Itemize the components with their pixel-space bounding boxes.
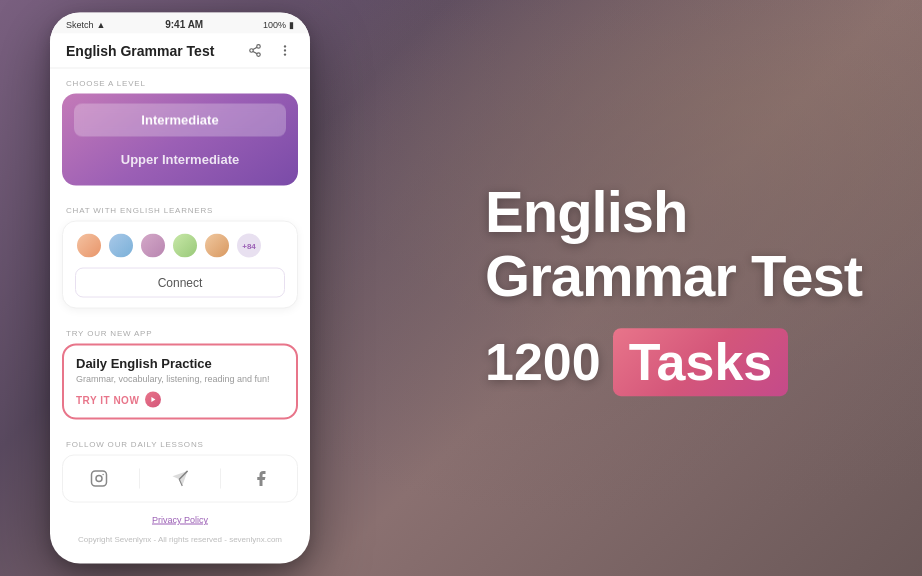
connect-button[interactable]: Connect: [75, 268, 285, 298]
avatar-3: [139, 232, 167, 260]
share-button[interactable]: [246, 42, 264, 60]
battery-icon: ▮: [289, 19, 294, 29]
facebook-button[interactable]: [246, 464, 276, 494]
avatar-2: [107, 232, 135, 260]
divider-2: [220, 469, 221, 489]
status-left: Sketch ▲: [66, 19, 105, 29]
copyright-text: Copyright Sevenlynx - All rights reserve…: [78, 535, 282, 544]
svg-point-10: [96, 476, 102, 482]
svg-point-5: [284, 45, 286, 47]
level-upper-intermediate-button[interactable]: Upper Intermediate: [74, 143, 286, 176]
divider-1: [139, 469, 140, 489]
tasks-row: 1200 Tasks: [485, 328, 862, 396]
svg-marker-8: [152, 397, 156, 402]
play-icon: [145, 392, 161, 408]
telegram-button[interactable]: [165, 464, 195, 494]
level-section: Intermediate Upper Intermediate: [50, 94, 310, 196]
new-app-description: Grammar, vocabulary, listening, reading …: [76, 374, 284, 384]
svg-point-7: [284, 53, 286, 55]
svg-line-3: [253, 51, 257, 53]
svg-point-0: [257, 45, 261, 49]
avatar-5: [203, 232, 231, 260]
new-app-card: Daily English Practice Grammar, vocabula…: [62, 344, 298, 420]
follow-label: FOLLOW OUR DAILY LESSONS: [50, 430, 310, 455]
app-header: English Grammar Test: [50, 34, 310, 69]
app-title-display: English Grammar Test: [485, 180, 862, 308]
status-right: 100% ▮: [263, 19, 294, 29]
battery-text: 100%: [263, 19, 286, 29]
chat-section-label: CHAT WITH ENGLISH LEARNERS: [50, 196, 310, 221]
carrier-text: Sketch: [66, 19, 94, 29]
more-button[interactable]: [276, 42, 294, 60]
chat-card: +84 Connect: [62, 221, 298, 309]
svg-line-4: [253, 47, 257, 49]
svg-point-6: [284, 49, 286, 51]
level-card: Intermediate Upper Intermediate: [62, 94, 298, 186]
avatar-more-count: +84: [235, 232, 263, 260]
new-app-title: Daily English Practice: [76, 356, 284, 371]
follow-section: [50, 455, 310, 509]
phone-wrapper: Sketch ▲ 9:41 AM 100% ▮ English Grammar …: [50, 13, 310, 564]
wifi-icon: ▲: [97, 19, 106, 29]
new-app-label: TRY OUR NEW APP: [50, 319, 310, 344]
phone: Sketch ▲ 9:41 AM 100% ▮ English Grammar …: [50, 13, 310, 564]
avatar-4: [171, 232, 199, 260]
try-now-button[interactable]: TRY IT NOW: [76, 392, 161, 408]
tasks-label: Tasks: [613, 328, 789, 396]
avatars-row: +84: [75, 232, 285, 260]
right-panel: English Grammar Test 1200 Tasks: [485, 180, 862, 396]
svg-point-2: [257, 53, 261, 57]
svg-rect-9: [91, 471, 106, 486]
new-app-section: Daily English Practice Grammar, vocabula…: [50, 344, 310, 430]
social-row: [62, 455, 298, 503]
try-now-label: TRY IT NOW: [76, 394, 139, 405]
status-time: 9:41 AM: [165, 19, 203, 30]
status-bar: Sketch ▲ 9:41 AM 100% ▮: [50, 13, 310, 34]
header-icons: [246, 42, 294, 60]
chat-section: +84 Connect: [50, 221, 310, 319]
instagram-button[interactable]: [84, 464, 114, 494]
svg-point-1: [250, 49, 254, 53]
phone-footer: Privacy Policy Copyright Sevenlynx - All…: [50, 509, 310, 548]
choose-level-label: CHOOSE A LEVEL: [50, 69, 310, 94]
app-header-title: English Grammar Test: [66, 43, 214, 59]
privacy-policy-link[interactable]: Privacy Policy: [62, 515, 298, 525]
avatar-1: [75, 232, 103, 260]
svg-point-11: [102, 474, 104, 476]
level-intermediate-button[interactable]: Intermediate: [74, 104, 286, 137]
tasks-number: 1200: [485, 332, 601, 392]
